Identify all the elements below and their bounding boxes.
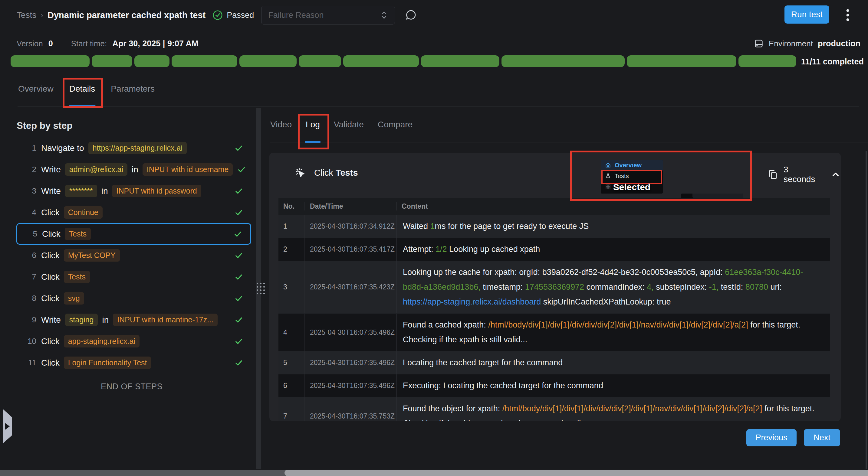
breadcrumb-separator: ›: [40, 10, 43, 20]
step-number: 11: [19, 358, 36, 367]
step-row[interactable]: 6ClickMyTest COPY: [17, 245, 251, 266]
step-action-text: Click: [41, 358, 60, 368]
tab-overview[interactable]: Overview: [18, 84, 54, 106]
failure-reason-placeholder: Failure Reason: [268, 10, 323, 20]
step-row[interactable]: 3Write********inINPUT with id password: [17, 180, 251, 202]
log-text: Found a cached xpath:: [403, 320, 488, 329]
step-progress-bar: [10, 55, 796, 67]
log-text: commandIndex:: [584, 282, 647, 292]
command-header: Click Tests: [294, 167, 358, 179]
tab-compare[interactable]: Compare: [377, 120, 413, 142]
step-row[interactable]: 10Clickapp-staging.relicx.ai: [17, 331, 251, 352]
horizontal-scrollbar-track[interactable]: [0, 470, 868, 476]
next-button[interactable]: Next: [804, 429, 840, 446]
log-text: Found the object for xpath:: [403, 404, 502, 413]
step-target-pill: INPUT with id mantine-17z...: [113, 314, 218, 326]
log-row-number: 6: [278, 374, 304, 397]
log-text: Looking up the cache for xpath: orgId: b…: [403, 268, 725, 277]
run-test-button[interactable]: Run test: [784, 5, 829, 24]
splitter-drag-handle-icon[interactable]: [257, 283, 265, 294]
step-number: 6: [19, 251, 36, 260]
tab-parameters[interactable]: Parameters: [110, 84, 155, 106]
log-table-row[interactable]: 62025-04-30T16:07:35.496ZExecuting: Loca…: [278, 374, 830, 397]
page-scrollbar[interactable]: [866, 151, 867, 469]
step-row[interactable]: 2Writeadmin@relicx.aiinINPUT with id use…: [17, 159, 251, 180]
step-action-text: Write: [41, 186, 61, 196]
log-text: testId:: [718, 282, 745, 292]
tab-validate[interactable]: Validate: [333, 120, 364, 142]
log-row-timestamp: 2025-04-30T16:07:35.496Z: [304, 351, 397, 374]
step-target-pill: Continue: [64, 206, 102, 219]
step-success-check-icon: [234, 337, 243, 346]
step-action-text: in: [132, 165, 138, 174]
step-success-check-icon: [234, 294, 243, 303]
log-table-row[interactable]: 12025-04-30T16:07:34.912ZWaited 1ms for …: [278, 215, 830, 238]
progress-completed-label: 11/11 completed: [801, 57, 864, 67]
step-target-pill: app-staging.relicx.ai: [64, 335, 140, 347]
horizontal-scrollbar-thumb[interactable]: [284, 470, 868, 476]
breadcrumb[interactable]: Tests: [17, 10, 36, 20]
log-table-row[interactable]: 32025-04-30T16:07:35.423ZLooking up the …: [278, 261, 830, 314]
progress-segment: [501, 55, 625, 67]
tab-log[interactable]: Log: [305, 120, 320, 142]
step-number: 5: [20, 229, 37, 239]
log-row-number: 3: [278, 261, 304, 313]
log-table-row[interactable]: 42025-04-30T16:07:35.496ZFound a cached …: [278, 314, 830, 351]
passed-check-icon: [212, 10, 223, 21]
step-row[interactable]: 9WritestaginginINPUT with id mantine-17z…: [17, 309, 251, 331]
cursor-click-icon: [294, 167, 306, 179]
log-text: Executing: Locating the cached target fo…: [403, 381, 603, 390]
progress-segment: [239, 55, 297, 67]
progress-segment: [134, 55, 169, 67]
collapse-chevron-icon[interactable]: [831, 169, 841, 180]
step-success-check-icon: [234, 272, 243, 281]
log-text: Waited: [403, 222, 430, 231]
kebab-menu-icon[interactable]: [846, 8, 850, 22]
step-row[interactable]: 5ClickTests: [17, 223, 251, 245]
log-table-row[interactable]: 72025-04-30T16:07:35.753ZFound the objec…: [278, 397, 830, 421]
previous-button[interactable]: Previous: [746, 429, 797, 446]
log-row-number: 1: [278, 215, 304, 238]
failure-reason-select[interactable]: Failure Reason: [261, 6, 395, 25]
step-number: 3: [19, 186, 36, 196]
log-row-content: Looking up the cache for xpath: orgId: b…: [397, 261, 830, 313]
log-text: Looking up cached xpath: [447, 245, 540, 254]
step-row[interactable]: 11ClickLogin Functionality Test: [17, 352, 251, 373]
step-target-pill: Login Functionality Test: [64, 356, 151, 369]
start-time-label: Start time:: [71, 39, 107, 48]
progress-segment: [343, 55, 419, 67]
drawer-expand-handle[interactable]: [3, 409, 12, 443]
progress-segment: [739, 55, 796, 67]
step-action-text: Click: [42, 229, 61, 239]
comment-icon[interactable]: [405, 9, 417, 21]
step-success-check-icon: [234, 359, 243, 367]
step-action-text: Write: [41, 165, 61, 174]
selected-label: Selected: [601, 182, 663, 192]
step-target-pill: svg: [64, 292, 84, 305]
progress-segment: [421, 55, 499, 67]
tab-details[interactable]: Details: [69, 84, 96, 106]
log-value-highlight: 1745536369972: [525, 282, 584, 292]
log-row-timestamp: 2025-04-30T16:07:35.753Z: [304, 397, 397, 421]
log-row-number: 7: [278, 397, 304, 421]
log-row-number: 5: [278, 351, 304, 374]
step-row[interactable]: 4ClickContinue: [17, 202, 251, 223]
copy-icon[interactable]: [767, 169, 778, 180]
log-url-link[interactable]: https://app-staging.relicx.ai/dashboard: [403, 297, 541, 306]
step-row[interactable]: 8Clicksvg: [17, 287, 251, 309]
step-success-check-icon: [234, 208, 243, 217]
step-target-pill: INPUT with id password: [112, 185, 201, 197]
step-value-pill: staging: [65, 314, 98, 326]
tab-video[interactable]: Video: [270, 120, 292, 142]
step-number: 4: [19, 208, 36, 217]
step-success-check-icon: [234, 144, 243, 153]
log-rows: 12025-04-30T16:07:34.912ZWaited 1ms for …: [278, 215, 830, 421]
log-table-row[interactable]: 22025-04-30T16:07:35.417ZAttempt: 1/2 Lo…: [278, 238, 830, 261]
selected-screenshot-thumbnail[interactable]: Overview Tests Suites Selected: [601, 160, 663, 194]
step-success-check-icon: [234, 315, 243, 325]
progress-segment: [299, 55, 341, 67]
log-table-row[interactable]: 52025-04-30T16:07:35.496ZLocating the ca…: [278, 351, 830, 374]
step-row[interactable]: 7ClickTests: [17, 266, 251, 287]
step-number: 10: [19, 337, 36, 346]
step-row[interactable]: 1Navigate tohttps://app-staging.relicx.a…: [17, 137, 251, 159]
